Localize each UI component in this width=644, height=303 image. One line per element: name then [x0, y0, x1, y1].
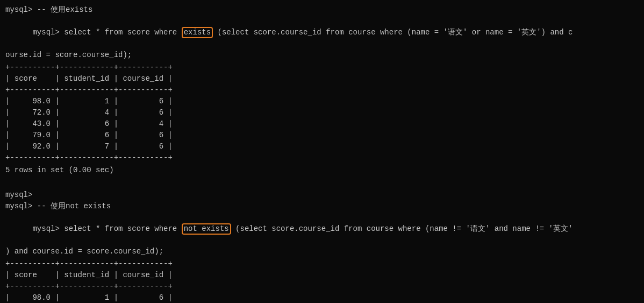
section-not-exists: mysql> mysql> -- 使用not exists mysql> sel…: [5, 189, 639, 303]
table-header-2: | score | student_id | course_id |: [5, 270, 639, 281]
prompt-line-2: mysql>: [5, 189, 639, 201]
comment-line-1: mysql> -- 使用exists: [5, 4, 639, 16]
table-sep-top-2: +----------+------------+-----------+: [5, 258, 639, 270]
section-exists: mysql> -- 使用exists mysql> select * from …: [5, 4, 639, 176]
query-before-not-exists: mysql> select * from score where: [32, 224, 181, 233]
query-line-not-exists: mysql> select * from score where not exi…: [5, 212, 639, 246]
terminal: mysql> -- 使用exists mysql> select * from …: [5, 4, 639, 303]
table-row-1-4: | 79.0 | 6 | 6 |: [5, 130, 639, 141]
not-exists-keyword: not exists: [182, 223, 231, 235]
table-row-1-3: | 43.0 | 6 | 4 |: [5, 118, 639, 130]
query-after-exists: (select score.course_id from course wher…: [213, 28, 573, 37]
query-after-not-exists: (select score.course_id from course wher…: [231, 224, 573, 233]
table-sep-top-1: +----------+------------+-----------+: [5, 62, 639, 73]
table-sep-bottom-1: +----------+------------+-----------+: [5, 152, 639, 164]
result-1: 5 rows in set (0.00 sec): [5, 165, 639, 176]
table-row-2-1: | 98.0 | 1 | 6 |: [5, 292, 639, 303]
query-line-exists: mysql> select * from score where exists …: [5, 16, 639, 50]
comment-line-2: mysql> -- 使用not exists: [5, 201, 639, 212]
table-header-1: | score | student_id | course_id |: [5, 73, 639, 84]
query-before-exists: mysql> select * from score where: [32, 28, 181, 37]
table-2: +----------+------------+-----------+ | …: [5, 258, 639, 303]
table-row-1-1: | 98.0 | 1 | 6 |: [5, 96, 639, 107]
blank-line: [5, 178, 639, 189]
exists-keyword: exists: [182, 27, 213, 38]
table-sep-header-1: +----------+------------+-----------+: [5, 84, 639, 96]
table-sep-header-2: +----------+------------+-----------+: [5, 281, 639, 292]
query-continuation-1: ourse.id = score.course_id);: [5, 50, 639, 61]
table-1: +----------+------------+-----------+ | …: [5, 62, 639, 164]
table-row-1-5: | 92.0 | 7 | 6 |: [5, 141, 639, 152]
table-row-1-2: | 72.0 | 4 | 6 |: [5, 107, 639, 118]
query-continuation-2: ) and course.id = score.course_id);: [5, 246, 639, 257]
